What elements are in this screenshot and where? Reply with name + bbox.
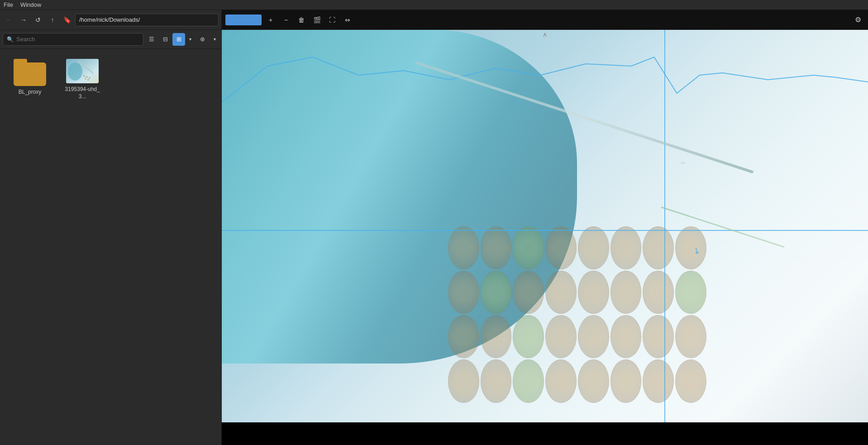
viewer-toolbar: + − 🗑 🎬 ⛶ ⇔ ⚙ <box>222 10 868 30</box>
well <box>481 226 512 269</box>
well <box>675 315 706 358</box>
svg-point-1 <box>68 62 82 81</box>
well <box>578 271 609 314</box>
well <box>513 315 544 358</box>
well <box>545 359 577 402</box>
well <box>675 359 706 402</box>
well <box>578 226 609 269</box>
well <box>643 226 674 269</box>
settings-button[interactable]: ⚙ <box>852 14 864 26</box>
view-mode-buttons: ☰ ⊟ ⊞ ▾ <box>145 33 194 46</box>
wells-area <box>448 226 706 403</box>
list-view-button[interactable]: ☰ <box>145 33 158 46</box>
delete-button[interactable]: 🗑 <box>295 14 308 26</box>
up-button[interactable]: ↑ <box>46 14 59 26</box>
menu-file[interactable]: File <box>4 1 13 8</box>
left-panel: ← → ↺ ↑ 🔖 /home/nick/Downloads/ 🔍 ☰ ⊟ ⊞ … <box>0 10 222 445</box>
well <box>545 271 577 314</box>
bottom-bar <box>222 422 868 445</box>
well <box>448 271 479 314</box>
exchange-button[interactable]: ⇔ <box>341 14 354 26</box>
path-bar[interactable]: /home/nick/Downloads/ <box>75 14 219 26</box>
search-bar-row: 🔍 ☰ ⊟ ⊞ ▾ ⊛ ▾ <box>0 30 221 49</box>
well <box>545 226 577 269</box>
right-panel: + − 🗑 🎬 ⛶ ⇔ ⚙ ∧ <box>222 10 868 445</box>
view-mode-dropdown[interactable]: ▾ <box>186 33 194 46</box>
well <box>513 226 544 269</box>
crosshair-vertical <box>664 30 665 422</box>
well <box>578 359 609 402</box>
nav-toolbar: ← → ↺ ↑ 🔖 /home/nick/Downloads/ <box>0 10 221 30</box>
zoom-in-button[interactable]: + <box>264 14 277 26</box>
grid-view-button[interactable]: ⊞ <box>172 33 185 46</box>
crosshair-horizontal <box>222 230 868 231</box>
compact-view-button[interactable]: ⊟ <box>159 33 172 46</box>
film-button[interactable]: 🎬 <box>310 14 323 26</box>
file-thumbnail <box>66 59 99 83</box>
well <box>643 271 674 314</box>
bookmark-button[interactable]: 🔖 <box>61 14 73 26</box>
back-button[interactable]: ← <box>3 14 15 26</box>
well <box>481 315 512 358</box>
well <box>448 226 479 269</box>
filter-dropdown[interactable]: ▾ <box>210 33 219 46</box>
search-input[interactable] <box>16 36 139 43</box>
well <box>610 315 642 358</box>
well <box>610 271 642 314</box>
fullscreen-button[interactable]: ⛶ <box>326 14 339 26</box>
menu-window[interactable]: Window <box>20 1 41 8</box>
menu-bar: File Window <box>0 0 868 10</box>
collapse-arrow[interactable]: ∧ <box>539 30 551 39</box>
zoom-out-button[interactable]: − <box>280 14 292 26</box>
well <box>578 315 609 358</box>
image-background: ✏ ↘ <box>222 30 868 422</box>
viewer-content[interactable]: ∧ <box>222 30 868 422</box>
well <box>513 271 544 314</box>
svg-point-4 <box>86 76 88 78</box>
well <box>448 359 479 402</box>
filter-button[interactable]: ⊛ <box>196 33 209 46</box>
search-input-wrap[interactable]: 🔍 <box>3 33 143 46</box>
thumb-inner <box>66 59 99 83</box>
svg-point-5 <box>89 77 91 79</box>
well <box>643 359 674 402</box>
well <box>545 315 577 358</box>
main-layout: ← → ↺ ↑ 🔖 /home/nick/Downloads/ 🔍 ☰ ⊟ ⊞ … <box>0 10 868 445</box>
pencil-cursor-icon: ✏ <box>681 159 686 167</box>
file-area: BL_proxy <box>0 49 221 445</box>
svg-point-7 <box>87 79 89 81</box>
well <box>448 315 479 358</box>
svg-point-3 <box>83 75 85 77</box>
search-icon: 🔍 <box>7 36 14 43</box>
well <box>610 359 642 402</box>
forward-button[interactable]: → <box>17 14 30 26</box>
well <box>481 359 512 402</box>
well <box>675 271 706 314</box>
svg-point-6 <box>85 78 86 80</box>
file-label: 3195394-uhd_3... <box>62 86 102 100</box>
blue-action-button[interactable] <box>225 14 262 25</box>
list-item[interactable]: BL_proxy <box>7 56 52 103</box>
list-item[interactable]: 3195394-uhd_3... <box>60 56 105 103</box>
folder-body <box>14 62 46 86</box>
file-label: BL_proxy <box>19 89 42 96</box>
well <box>481 271 512 314</box>
refresh-button[interactable]: ↺ <box>32 14 44 26</box>
well <box>643 315 674 358</box>
well <box>610 226 642 269</box>
folder-icon <box>14 59 46 86</box>
well <box>513 359 544 402</box>
